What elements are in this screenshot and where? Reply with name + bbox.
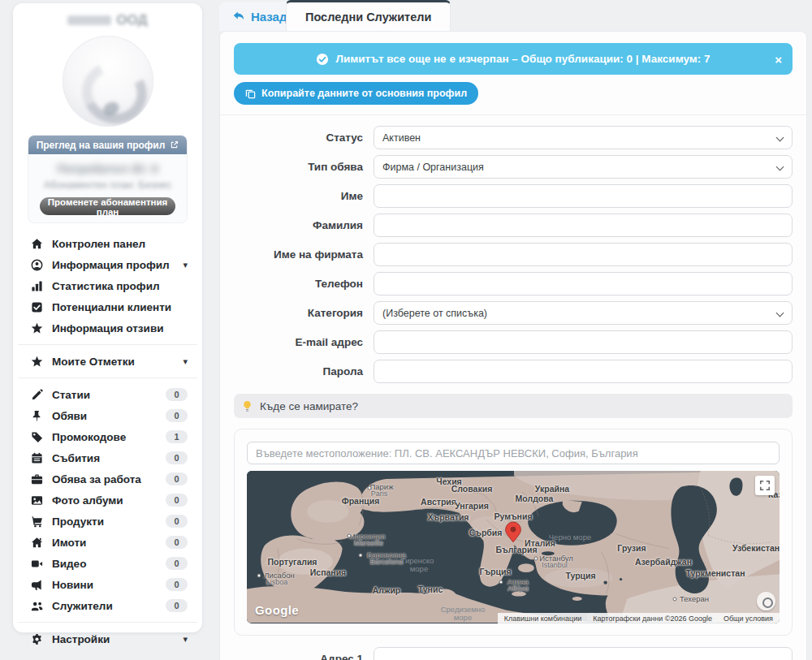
sidebar-item-label: Видео (52, 558, 166, 570)
sidebar-item[interactable]: Настройки▾ (13, 628, 202, 649)
plan-line: Абонаментен план: Бизнес (28, 179, 187, 191)
google-logo: Google (255, 603, 299, 617)
sidebar-item[interactable]: Информация профил▾ (13, 254, 202, 275)
limit-alert: Лимитът все още не е изчерпан – Общо пуб… (234, 43, 793, 75)
sidebar-item[interactable]: Контролен панел (13, 233, 202, 254)
map-canvas (247, 471, 780, 623)
alert-close-button[interactable]: × (775, 53, 782, 65)
text-field[interactable] (374, 184, 793, 208)
home-icon (31, 237, 45, 250)
view-profile-button[interactable]: Преглед на вашия профил (28, 136, 187, 154)
sidebar-item[interactable]: Промокодове1 (13, 426, 202, 447)
avatar (63, 36, 153, 127)
bar-chart-icon (31, 279, 45, 292)
select-field[interactable]: (Изберете от списъка) (374, 301, 793, 325)
text-field[interactable] (374, 272, 793, 295)
sidebar-item[interactable]: Информация отзиви (13, 317, 202, 339)
sidebar-item[interactable]: Новини0 (13, 574, 202, 595)
tab-last-employees[interactable]: Последни Служители (286, 0, 451, 31)
sidebar-item[interactable]: Фото албуми0 (13, 490, 202, 511)
sidebar-item-label: Контролен панел (52, 238, 188, 250)
text-field[interactable] (374, 214, 793, 237)
terms-link[interactable]: Общи условия (723, 615, 773, 623)
text-field[interactable] (374, 330, 793, 354)
divider (18, 377, 197, 378)
sidebar-item[interactable]: Статистика профил (13, 275, 202, 296)
sidebar-item[interactable]: Обява за работа0 (13, 468, 202, 490)
divider (220, 114, 806, 115)
pencil-icon (31, 388, 45, 401)
field-label: Адрес 1 (234, 647, 374, 660)
field-label: Име (234, 184, 374, 208)
sidebar-item[interactable]: Продукти0 (13, 511, 202, 532)
chevron-down-icon (776, 134, 784, 142)
sidebar-item-label: Новини (52, 579, 166, 591)
sidebar: ООД Преглед на вашия профил Потребител I… (13, 3, 202, 632)
back-arrow-icon (232, 10, 245, 23)
sidebar-item[interactable]: Видео0 (13, 553, 202, 574)
image-icon (31, 494, 45, 507)
company-title-text: ООД (116, 12, 147, 28)
sidebar-item[interactable]: Служители0 (13, 595, 202, 616)
select-field[interactable]: Фирма / Организация (374, 155, 793, 179)
text-field[interactable] (374, 360, 793, 383)
briefcase-icon (31, 472, 45, 485)
field-label: E-mail адрес (234, 330, 374, 354)
divider (18, 622, 197, 623)
keyboard-shortcuts-link[interactable]: Клавишни комбинации (504, 615, 582, 623)
form-row: Парола (234, 360, 793, 383)
map-attribution: Клавишни комбинацииКартографски данни ©2… (498, 613, 780, 623)
address-1-field[interactable] (374, 647, 793, 660)
divider (18, 344, 197, 345)
form-row: Тип обяваФирма / Организация (234, 155, 793, 179)
count-badge: 0 (166, 451, 188, 464)
address-row: Адрес 1 (234, 647, 793, 660)
form-row: Име (234, 184, 793, 208)
change-plan-button[interactable]: Променете абонаментния план (40, 197, 176, 215)
calendar-icon (31, 451, 45, 464)
back-label: Назад (251, 10, 287, 24)
select-value: Фирма / Организация (382, 162, 484, 173)
select-value: Активен (382, 132, 421, 144)
video-icon (31, 557, 45, 570)
fullscreen-icon (759, 480, 771, 491)
profile-card: Преглед на вашия профил Потребител ID: 0… (28, 135, 188, 223)
sidebar-item-label: Обява за работа (52, 473, 166, 485)
copy-profile-data-button[interactable]: Копирайте данните от основния профил (234, 82, 478, 105)
count-badge: 0 (166, 599, 188, 612)
field-label: Тип обява (234, 155, 374, 179)
thumbtack-icon (31, 409, 45, 422)
sidebar-item-label: Потенциални клиенти (52, 301, 188, 313)
text-field[interactable] (374, 243, 793, 266)
count-badge: 1 (166, 430, 188, 443)
user-circle-icon (31, 258, 45, 271)
sidebar-item[interactable]: Събития0 (13, 447, 202, 468)
form-row: СтатусАктивен (234, 126, 793, 149)
sidebar-item-label: Имоти (52, 537, 166, 549)
sidebar-item[interactable]: Обяви0 (13, 405, 202, 426)
tab-label: Последни Служители (305, 11, 431, 24)
chevron-down-icon (776, 309, 784, 317)
fullscreen-button[interactable] (755, 476, 775, 495)
field-label: Парола (234, 360, 374, 383)
location-search-input[interactable] (247, 442, 780, 464)
copy-button-label: Копирайте данните от основния профил (261, 88, 467, 99)
sidebar-item[interactable]: Имоти0 (13, 532, 202, 553)
user-id-line: Потребител ID: 0 (28, 162, 187, 175)
sidebar-item[interactable]: Статии0 (13, 384, 202, 405)
select-field[interactable]: Активен (374, 126, 793, 149)
sidebar-item-label: Събития (52, 452, 166, 464)
select-value: (Изберете от списъка) (382, 308, 487, 319)
sidebar-item[interactable]: Потенциални клиенти (13, 296, 202, 317)
alert-text: Лимитът все още не е изчерпан – Общо пуб… (335, 53, 710, 65)
sidebar-item-label: Информация профил (52, 259, 178, 271)
form-row: E-mail адрес (234, 330, 793, 354)
sidebar-item[interactable]: Моите Отметки▾ (13, 351, 202, 372)
sidebar-item-label: Обяви (52, 410, 166, 422)
sidebar-menu: Контролен панелИнформация профил▾Статист… (13, 233, 202, 649)
map[interactable]: ЧехияСловакияАвстрияУнгарияХърватияРумън… (247, 471, 780, 623)
sidebar-item-label: Статистика профил (52, 280, 188, 292)
employee-form: СтатусАктивенТип обяваФирма / Организаци… (234, 126, 793, 383)
form-row: Телефон (234, 272, 793, 295)
tilt-control[interactable] (757, 592, 775, 610)
